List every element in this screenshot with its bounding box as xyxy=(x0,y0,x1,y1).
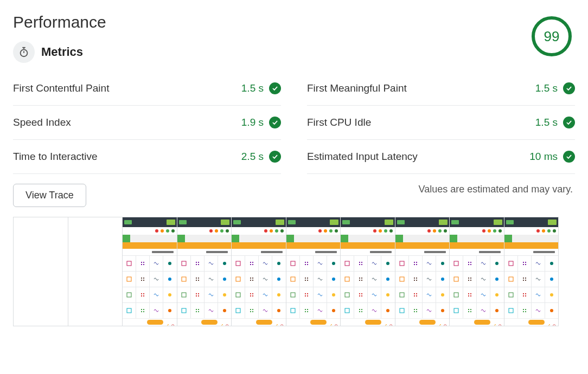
svg-point-181 xyxy=(550,262,553,265)
svg-rect-47 xyxy=(196,311,197,312)
frame-bottom xyxy=(450,318,504,326)
frame-grid-cell xyxy=(204,287,218,302)
frame-grid-cell xyxy=(204,256,218,271)
frame-grid-cell xyxy=(272,272,285,287)
frame-dots xyxy=(177,227,232,235)
frame-header xyxy=(177,217,232,227)
frame-grid-cell xyxy=(381,287,394,302)
svg-rect-23 xyxy=(143,311,144,312)
svg-rect-48 xyxy=(198,311,199,312)
svg-rect-38 xyxy=(182,293,186,297)
svg-rect-96 xyxy=(307,309,308,310)
svg-rect-15 xyxy=(143,293,144,294)
frame-grid-cell xyxy=(191,256,204,271)
metric-value: 1.9 s xyxy=(241,117,281,128)
svg-rect-172 xyxy=(468,311,469,312)
frame-grid-cell xyxy=(163,256,176,271)
frame-band xyxy=(286,242,341,249)
frame-grid-cell xyxy=(450,272,463,287)
svg-point-62 xyxy=(277,278,280,281)
frame-grid-cell xyxy=(136,287,149,302)
frame-grid-cell xyxy=(245,272,258,287)
svg-rect-122 xyxy=(359,311,360,312)
frame-grid xyxy=(341,255,395,318)
frame-band xyxy=(504,242,559,249)
frame-grid-cell xyxy=(232,303,245,318)
svg-rect-107 xyxy=(345,277,349,281)
svg-rect-167 xyxy=(470,295,471,296)
frame-dots xyxy=(504,227,559,235)
frame-grid-cell xyxy=(163,303,176,318)
filmstrip-frame xyxy=(450,217,504,326)
svg-rect-32 xyxy=(182,277,186,281)
svg-rect-1 xyxy=(127,261,131,266)
svg-rect-134 xyxy=(416,278,417,279)
svg-rect-141 xyxy=(414,295,415,296)
svg-rect-16 xyxy=(141,295,142,296)
svg-rect-28 xyxy=(198,262,199,263)
frame-grid-cell xyxy=(136,256,149,271)
frame-search xyxy=(341,235,395,242)
view-trace-button[interactable]: View Trace xyxy=(13,184,86,207)
svg-point-150 xyxy=(444,324,446,326)
frame-grid-cell xyxy=(232,256,245,271)
estimate-note: Values are estimated and may vary. xyxy=(419,184,573,195)
svg-rect-92 xyxy=(307,295,308,296)
svg-point-125 xyxy=(389,324,392,326)
frame-grid-cell xyxy=(545,303,558,318)
svg-rect-155 xyxy=(470,264,471,265)
svg-rect-144 xyxy=(400,308,404,313)
frame-grid-cell xyxy=(463,303,476,318)
svg-point-24 xyxy=(168,309,171,312)
svg-rect-89 xyxy=(305,293,306,294)
frame-search xyxy=(232,235,286,242)
svg-rect-91 xyxy=(305,295,306,296)
frame-search xyxy=(286,235,341,242)
svg-point-93 xyxy=(332,293,335,296)
frame-grid-cell xyxy=(136,272,149,287)
svg-rect-73 xyxy=(252,311,253,312)
frame-grid-cell xyxy=(300,287,313,302)
frame-grid-cell xyxy=(395,303,408,318)
frame-grid-cell xyxy=(123,287,136,302)
svg-rect-102 xyxy=(359,262,360,263)
frame-grid-cell xyxy=(300,272,313,287)
frame-textline xyxy=(341,249,395,255)
metric-value: 1.5 s xyxy=(535,82,575,94)
frame-textline xyxy=(395,249,450,255)
frame-grid-cell xyxy=(177,256,190,271)
svg-rect-163 xyxy=(454,293,458,297)
frame-grid-cell xyxy=(490,256,503,271)
svg-rect-129 xyxy=(414,264,415,265)
frame-grid-cell xyxy=(123,303,136,318)
svg-rect-194 xyxy=(509,308,513,313)
frame-bottom xyxy=(504,318,559,326)
svg-rect-196 xyxy=(525,309,526,310)
frame-grid-cell xyxy=(123,272,136,287)
svg-rect-59 xyxy=(252,278,253,279)
frame-grid-cell xyxy=(341,287,354,302)
svg-rect-161 xyxy=(470,280,471,281)
svg-rect-8 xyxy=(141,278,142,279)
svg-rect-34 xyxy=(198,278,199,279)
frame-grid-cell xyxy=(463,287,476,302)
svg-rect-180 xyxy=(525,264,526,265)
svg-rect-54 xyxy=(250,264,251,265)
svg-rect-41 xyxy=(196,295,197,296)
svg-rect-27 xyxy=(196,262,197,263)
filmstrip-frame xyxy=(14,217,68,326)
svg-rect-169 xyxy=(454,308,458,313)
svg-rect-85 xyxy=(305,280,306,281)
svg-rect-55 xyxy=(252,264,253,265)
metric-value-text: 1.5 s xyxy=(535,117,558,128)
frame-header xyxy=(395,217,450,227)
svg-rect-192 xyxy=(525,295,526,296)
svg-rect-26 xyxy=(182,261,186,266)
svg-point-6 xyxy=(168,262,171,265)
frame-grid-cell xyxy=(532,272,545,287)
frame-grid-cell xyxy=(423,303,436,318)
metric-value: 10 ms xyxy=(529,151,575,163)
metric-label: First Contentful Paint xyxy=(13,82,241,94)
frame-band xyxy=(232,242,286,249)
frame-grid-cell xyxy=(354,287,367,302)
